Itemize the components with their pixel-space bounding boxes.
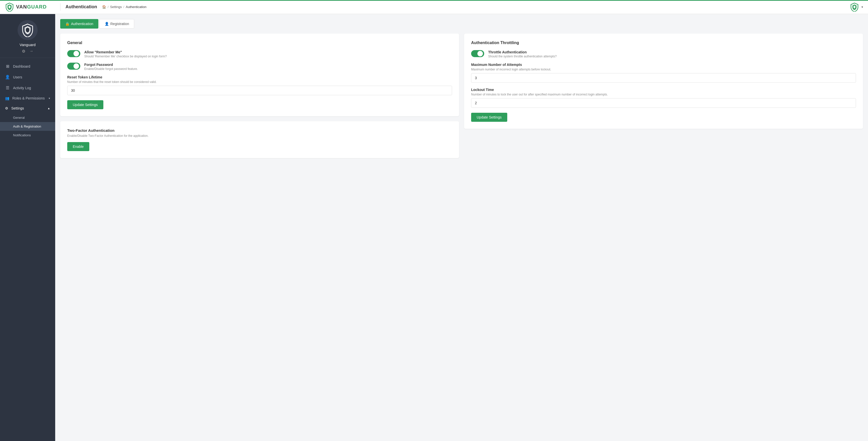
top-nav-dropdown-icon[interactable]: ▾ bbox=[862, 5, 863, 9]
throttling-card: Authentication Throttling Throttle Authe… bbox=[464, 34, 863, 129]
content-grid: General Allow "Remember Me" Should 'Reme… bbox=[60, 34, 863, 158]
activity-log-icon: ☰ bbox=[5, 86, 10, 90]
brand-logo-icon bbox=[5, 2, 14, 11]
sidebar-item-roles-label: Roles & Permissions bbox=[12, 96, 45, 100]
page-title: Authentication bbox=[65, 4, 97, 9]
max-attempts-input[interactable] bbox=[471, 73, 856, 83]
sidebar-item-activity-log[interactable]: ☰ Activity Log bbox=[0, 82, 55, 93]
sidebar-username: Vanguard bbox=[20, 43, 36, 47]
throttle-text: Throttle Authentication Should the syste… bbox=[488, 50, 557, 58]
throttling-card-title: Authentication Throttling bbox=[471, 41, 856, 45]
enable-twofa-button[interactable]: Enable bbox=[67, 142, 89, 151]
roles-chevron-icon: ▾ bbox=[49, 97, 50, 100]
max-attempts-group: Maximum Number of Attempts Maximum numbe… bbox=[471, 63, 856, 83]
sidebar: Vanguard ⚙ → ⊞ Dashboard 👤 Users ☰ Activ… bbox=[0, 14, 55, 441]
sidebar-sub-item-notifications[interactable]: Notifications bbox=[0, 131, 55, 140]
sidebar-item-users[interactable]: 👤 Users bbox=[0, 72, 55, 82]
general-update-settings-button[interactable]: Update Settings bbox=[67, 100, 103, 109]
twofa-desc: Enable/Disable Two-Factor Authentication… bbox=[67, 134, 452, 138]
reset-token-group: Reset Token Lifetime Number of minutes t… bbox=[67, 75, 452, 95]
general-card-title: General bbox=[67, 41, 452, 45]
forgot-password-label: Forgot Password bbox=[84, 63, 138, 67]
remember-me-text: Allow "Remember Me" Should 'Remember Me'… bbox=[84, 50, 167, 58]
breadcrumb-sep1: / bbox=[107, 5, 108, 9]
forgot-password-row: Forgot Password Enable/Disable forgot pa… bbox=[67, 63, 452, 71]
lockout-time-input[interactable] bbox=[471, 98, 856, 108]
breadcrumb-home-icon[interactable]: 🏠 bbox=[102, 5, 106, 9]
twofa-title: Two-Factor Authentication bbox=[67, 128, 452, 133]
max-attempts-desc: Maximum number of incorrect login attemp… bbox=[471, 68, 856, 71]
tab-bar: 🔒 Authentication 👤 Registration bbox=[60, 19, 863, 29]
users-icon: 👤 bbox=[5, 75, 10, 79]
sidebar-nav: ⊞ Dashboard 👤 Users ☰ Activity Log 👥 Rol… bbox=[0, 58, 55, 441]
remember-me-row: Allow "Remember Me" Should 'Remember Me'… bbox=[67, 50, 452, 58]
breadcrumb-current: Authentication bbox=[126, 5, 146, 9]
remember-me-label: Allow "Remember Me" bbox=[84, 50, 167, 54]
sidebar-settings-icon[interactable]: ⚙ bbox=[22, 49, 25, 54]
remember-me-toggle[interactable] bbox=[67, 50, 80, 57]
twofa-card: Two-Factor Authentication Enable/Disable… bbox=[60, 121, 459, 158]
lock-icon: 🔒 bbox=[65, 22, 69, 26]
sidebar-item-settings[interactable]: ⚙ Settings ▲ bbox=[0, 103, 55, 113]
left-column: General Allow "Remember Me" Should 'Reme… bbox=[60, 34, 459, 158]
throttle-toggle[interactable] bbox=[471, 50, 484, 57]
reset-token-label: Reset Token Lifetime bbox=[67, 75, 452, 79]
tab-registration[interactable]: 👤 Registration bbox=[99, 19, 134, 29]
sidebar-sub-item-general[interactable]: General bbox=[0, 113, 55, 122]
sidebar-sub-item-auth-registration[interactable]: Auth & Registration bbox=[0, 122, 55, 131]
settings-icon: ⚙ bbox=[5, 106, 8, 110]
brand: VANGUARD bbox=[5, 2, 55, 11]
sidebar-item-users-label: Users bbox=[13, 75, 22, 79]
general-card: General Allow "Remember Me" Should 'Reme… bbox=[60, 34, 459, 116]
sidebar-item-dashboard[interactable]: ⊞ Dashboard bbox=[0, 61, 55, 72]
top-nav-logo-icon bbox=[850, 2, 859, 11]
sidebar-item-settings-label: Settings bbox=[11, 106, 24, 110]
reset-token-desc: Number of minutes that the reset token s… bbox=[67, 80, 452, 84]
remember-me-desc: Should 'Remember Me' checkbox be display… bbox=[84, 55, 167, 58]
sidebar-logout-icon[interactable]: → bbox=[29, 49, 33, 54]
person-add-icon: 👤 bbox=[104, 22, 109, 26]
roles-icon: 👥 bbox=[5, 96, 9, 100]
sidebar-item-activity-log-label: Activity Log bbox=[13, 86, 31, 90]
reset-token-input[interactable] bbox=[67, 86, 452, 95]
settings-chevron-icon: ▲ bbox=[48, 107, 50, 110]
nav-accent-bar bbox=[0, 0, 868, 1]
forgot-password-text: Forgot Password Enable/Disable forgot pa… bbox=[84, 63, 138, 71]
forgot-password-toggle[interactable] bbox=[67, 63, 80, 70]
lockout-time-group: Lockout Time Number of minutes to lock t… bbox=[471, 88, 856, 108]
top-nav-right: ▾ bbox=[850, 2, 863, 11]
lockout-time-label: Lockout Time bbox=[471, 88, 856, 92]
lockout-time-desc: Number of minutes to lock the user out f… bbox=[471, 93, 856, 96]
throttle-desc: Should the system throttle authenticatio… bbox=[488, 55, 557, 58]
main-content: 🔒 Authentication 👤 Registration General bbox=[55, 14, 868, 441]
throttling-update-settings-button[interactable]: Update Settings bbox=[471, 113, 507, 122]
dashboard-icon: ⊞ bbox=[5, 64, 10, 69]
sidebar-profile-icons: ⚙ → bbox=[22, 49, 33, 54]
avatar bbox=[18, 20, 38, 40]
layout: Vanguard ⚙ → ⊞ Dashboard 👤 Users ☰ Activ… bbox=[0, 14, 868, 441]
throttle-row: Throttle Authentication Should the syste… bbox=[471, 50, 856, 58]
breadcrumb: 🏠 / Settings / Authentication bbox=[102, 5, 147, 9]
settings-sub-menu: General Auth & Registration Notification… bbox=[0, 113, 55, 140]
brand-name-text: VANGUARD bbox=[16, 4, 46, 10]
breadcrumb-sep2: / bbox=[123, 5, 124, 9]
tab-authentication-label: Authentication bbox=[71, 22, 93, 26]
tab-authentication[interactable]: 🔒 Authentication bbox=[60, 19, 98, 29]
sidebar-item-roles-permissions[interactable]: 👥 Roles & Permissions ▾ bbox=[0, 93, 55, 103]
throttle-label: Throttle Authentication bbox=[488, 50, 557, 54]
avatar-shield-icon bbox=[21, 23, 35, 37]
max-attempts-label: Maximum Number of Attempts bbox=[471, 63, 856, 67]
right-column: Authentication Throttling Throttle Authe… bbox=[464, 34, 863, 129]
tab-registration-label: Registration bbox=[111, 22, 129, 26]
forgot-password-desc: Enable/Disable forgot password feature. bbox=[84, 67, 138, 71]
breadcrumb-settings[interactable]: Settings bbox=[110, 5, 122, 9]
sidebar-item-dashboard-label: Dashboard bbox=[13, 64, 30, 68]
top-navigation: VANGUARD Authentication 🏠 / Settings / A… bbox=[0, 0, 868, 14]
sidebar-profile: Vanguard ⚙ → bbox=[0, 14, 55, 58]
